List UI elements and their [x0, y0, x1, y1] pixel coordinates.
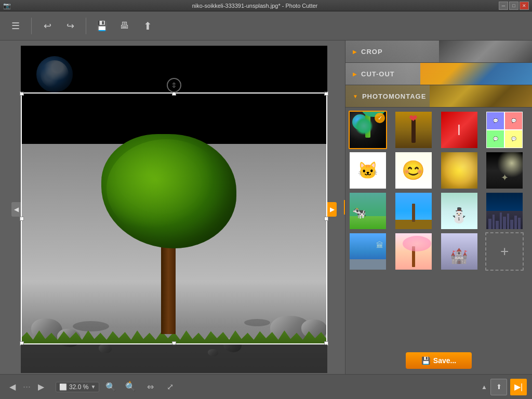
cutout-label: CUT-OUT [361, 70, 395, 78]
thumbnail-grid: ✓ ❤ I 💬 💬 💬 💬 [345, 108, 532, 274]
redo-button[interactable]: ↪ [61, 17, 79, 35]
crop-overlay-top [21, 46, 327, 92]
crop-handle-mid-right[interactable] [324, 217, 328, 221]
window-controls: ─ □ ✕ [499, 2, 529, 10]
print-button[interactable]: 🖶 [115, 17, 134, 35]
status-bar: ◀ ··· ▶ ⬜ 32.0 % ▼ 🔍 +🔍 ⇔ ⤢ ▲ ⬆ ▶| [0, 374, 532, 399]
fullscreen-button[interactable]: ⬆ [490, 379, 507, 395]
panel-toggle-arrow[interactable]: ▶ [344, 200, 345, 215]
cutout-section: ▶ CUT-OUT [345, 63, 532, 85]
crop-section: ▶ CROP [345, 41, 532, 63]
nav-prev-button[interactable]: ◀ [5, 380, 20, 394]
thumb-3-image: I [441, 112, 477, 148]
right-panel: ▶ CROP ▶ CUT-OUT ▼ PHOTO [345, 41, 532, 374]
thumb-2-image: ❤ [395, 112, 432, 148]
thumbnail-8[interactable]: ✦ [485, 151, 524, 190]
thumbnail-15[interactable]: 🏰 [440, 232, 478, 271]
title-bar-icon: 📷 [3, 2, 11, 9]
thumb-5-image: 🐱 [350, 152, 386, 189]
toolbar-separator-1 [31, 18, 32, 34]
undo-icon: ↩ [44, 20, 51, 32]
thumbnail-13[interactable]: 🏛 [349, 232, 387, 271]
undo-button[interactable]: ↩ [38, 17, 57, 35]
thumbnail-7[interactable] [440, 151, 478, 190]
zoom-out-button[interactable]: 🔍 [102, 379, 119, 395]
thumb-15-image: 🏰 [441, 233, 477, 270]
nav-dots: ··· [23, 381, 31, 392]
thumbnail-2[interactable]: ❤ [394, 111, 433, 149]
save-icon: 💾 [96, 20, 108, 32]
thumbnail-9[interactable]: 🐄 [349, 192, 387, 230]
nav-next-button[interactable]: ▶ [34, 380, 48, 394]
thumb-9-image: 🐄 [350, 193, 386, 229]
title-bar: 📷 niko-soikkeli-333391-unsplash.jpg* - P… [0, 0, 532, 11]
print-icon: 🖶 [120, 20, 129, 31]
fit-width-button[interactable]: ⇔ [142, 379, 158, 395]
right-pan-handle[interactable]: ▶ [327, 202, 337, 217]
crop-overlay-bottom [21, 344, 327, 373]
thumb-1-check: ✓ [375, 113, 385, 123]
maximize-button[interactable]: □ [509, 2, 518, 10]
fullscreen-icon: ⬆ [496, 383, 502, 391]
thumb-6-image: 😊 [395, 152, 432, 189]
left-pan-handle[interactable]: ◀ [11, 202, 21, 217]
window-title: niko-soikkeli-333391-unsplash.jpg* - Pho… [11, 3, 499, 9]
toolbar-separator-2 [86, 18, 86, 34]
crop-selection[interactable]: ⇕ [21, 92, 327, 344]
menu-button[interactable]: ☰ [6, 17, 25, 35]
thumb-12-image [486, 193, 523, 229]
image-container: ⇕ ◀ ▶ [21, 46, 327, 373]
thumb-11-image: ⛄ [441, 193, 477, 229]
exit-button[interactable]: ▶| [510, 379, 527, 395]
redo-icon: ↪ [66, 20, 74, 32]
crop-arrow-icon: ▶ [353, 49, 357, 55]
cutout-arrow-icon: ▶ [353, 71, 357, 77]
thumbnail-add[interactable]: + [485, 232, 524, 271]
crop-header[interactable]: ▶ CROP [345, 41, 532, 62]
crop-label: CROP [361, 48, 383, 56]
thumbnail-11[interactable]: ⛄ [440, 192, 478, 230]
zoom-dropdown-arrow[interactable]: ▼ [90, 384, 96, 390]
photomontage-label: PHOTOMONTAGE [362, 92, 426, 100]
thumbnail-12[interactable] [485, 192, 524, 230]
save-file-icon: 💾 [421, 356, 430, 365]
canvas-area: ▶ [0, 41, 345, 374]
toolbar: ☰ ↩ ↪ 💾 🖶 ⬆ [0, 11, 532, 41]
zoom-in-button[interactable]: +🔍 [122, 379, 139, 395]
fit-page-button[interactable]: ⤢ [162, 379, 178, 395]
bottom-nav-dots: ▲ [481, 383, 487, 391]
thumbnail-10[interactable] [394, 192, 433, 230]
export-button[interactable]: ⬆ [138, 17, 157, 35]
main-area: ▶ [0, 41, 532, 374]
save-button[interactable]: 💾 [92, 17, 111, 35]
thumbnail-3[interactable]: I [440, 111, 478, 149]
exit-icon: ▶| [514, 382, 523, 392]
menu-icon: ☰ [11, 20, 20, 32]
save-file-button[interactable]: 💾 Save... [406, 352, 472, 369]
thumbnail-14[interactable] [394, 232, 433, 271]
fit-width-icon: ⇔ [147, 382, 154, 392]
cutout-bg-image [420, 63, 532, 85]
close-button[interactable]: ✕ [520, 2, 529, 10]
thumbnail-1[interactable]: ✓ [349, 111, 387, 149]
cutout-header[interactable]: ▶ CUT-OUT [345, 63, 532, 85]
save-area: 💾 Save... [345, 347, 532, 374]
nav-next-icon: ▶ [38, 382, 44, 392]
zoom-in-icon: +🔍 [125, 382, 136, 392]
save-file-label: Save... [433, 356, 456, 365]
zoom-group: ⬜ 32.0 % ▼ [56, 382, 99, 392]
thumb-10-image [395, 193, 432, 229]
photomontage-arrow-icon: ▼ [353, 94, 358, 99]
nav-prev-icon: ◀ [9, 382, 16, 392]
photomontage-header[interactable]: ▼ PHOTOMONTAGE [345, 85, 532, 107]
zoom-value: 32.0 % [69, 383, 88, 391]
crop-handle-mid-left[interactable] [20, 217, 24, 221]
thumbnail-5[interactable]: 🐱 [349, 151, 387, 190]
photomontage-section: ▼ PHOTOMONTAGE [345, 85, 532, 108]
thumbnail-4[interactable]: 💬 💬 💬 💬 [485, 111, 524, 149]
frame-icon: ⬜ [59, 383, 67, 391]
minimize-button[interactable]: ─ [499, 2, 508, 10]
zoom-out-icon: 🔍 [105, 382, 116, 392]
crop-bg-image [439, 41, 533, 62]
thumbnail-6[interactable]: 😊 [394, 151, 433, 190]
